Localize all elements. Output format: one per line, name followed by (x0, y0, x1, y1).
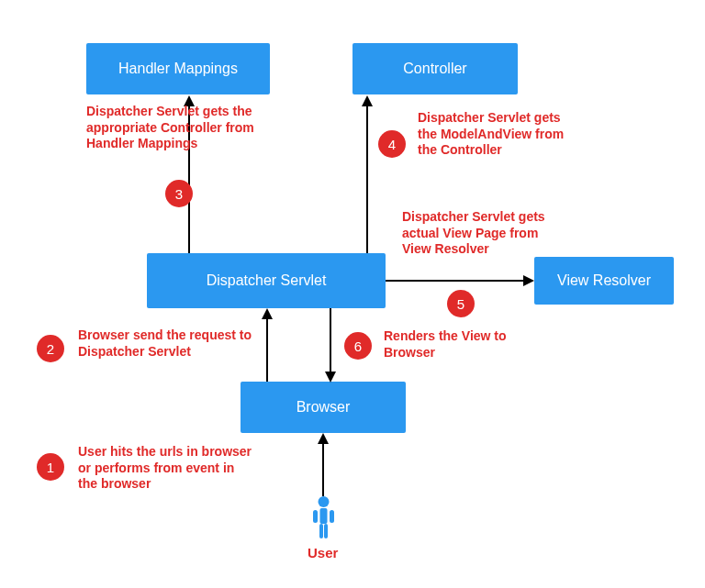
box-controller: Controller (352, 43, 518, 94)
arrow-head-6 (325, 372, 336, 383)
arrow-dispatcher-to-browser (330, 308, 331, 372)
box-view-resolver: View Resolver (534, 257, 674, 305)
user-icon (308, 495, 339, 545)
step-badge-6: 6 (344, 332, 372, 360)
user-label: User (308, 545, 338, 560)
arrow-head-1 (318, 433, 329, 444)
svg-rect-1 (320, 508, 328, 524)
arrow-user-to-browser (322, 443, 324, 496)
svg-rect-2 (313, 510, 318, 523)
arrow-dispatcher-to-viewresolver (386, 280, 523, 282)
svg-rect-4 (319, 524, 323, 538)
step-badge-3: 3 (165, 180, 193, 207)
step-badge-5: 5 (447, 290, 475, 317)
arrow-head-5 (523, 275, 534, 286)
step-badge-4: 4 (378, 130, 406, 158)
step-text-1: User hits the urls in browser or perform… (78, 444, 257, 493)
svg-rect-3 (330, 510, 334, 523)
arrow-dispatcher-to-controller (366, 105, 368, 253)
step-text-4: Dispatcher Servlet gets the ModelAndView… (418, 110, 578, 159)
step-badge-1: 1 (37, 453, 64, 481)
arrow-browser-to-dispatcher (266, 318, 268, 382)
step-text-2: Browser send the request to Dispatcher S… (78, 327, 257, 360)
svg-point-0 (319, 496, 330, 507)
svg-rect-5 (324, 524, 328, 538)
step-text-6: Renders the View to Browser (384, 328, 531, 361)
arrow-head-4 (362, 95, 373, 106)
box-dispatcher-servlet: Dispatcher Servlet (147, 253, 386, 308)
step-badge-2: 2 (37, 335, 64, 362)
box-browser: Browser (241, 382, 406, 433)
box-handler-mappings: Handler Mappings (86, 43, 270, 94)
arrow-head-2 (262, 308, 273, 319)
step-text-5: Dispatcher Servlet gets actual View Page… (402, 209, 567, 258)
step-text-3: Dispatcher Servlet gets the appropriate … (86, 104, 261, 152)
